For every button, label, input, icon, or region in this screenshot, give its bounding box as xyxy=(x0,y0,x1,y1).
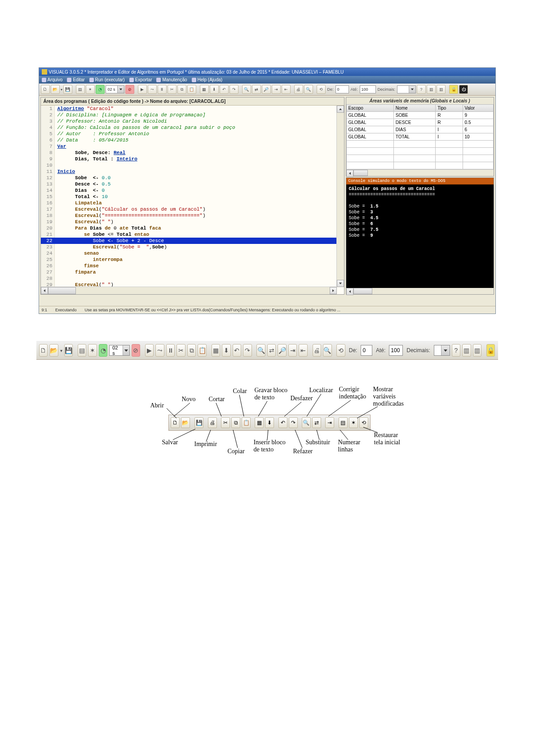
code-line[interactable]: 3// Professor: Antonio Carlos Nicolodi xyxy=(41,118,344,124)
vars-hscroll[interactable] xyxy=(346,169,494,176)
code-line[interactable]: 5// Autor : Professor Antonio xyxy=(41,131,344,137)
copy-icon[interactable]: ⧉ xyxy=(187,344,196,357)
print-icon[interactable]: 🖨 xyxy=(313,344,322,357)
code-line[interactable]: 9 Dias, Total : Inteiro xyxy=(41,156,344,162)
replace-icon[interactable]: ⇄ xyxy=(267,344,276,357)
undo-icon[interactable]: ↶ xyxy=(233,344,242,357)
code-line[interactable]: 21 se Sobe <= Total entao xyxy=(41,231,344,238)
ate-input[interactable]: 100 xyxy=(360,85,376,93)
stop-icon[interactable]: ⊘ xyxy=(132,344,141,357)
find-next-icon[interactable]: 🔎 xyxy=(278,344,287,357)
outdent-icon[interactable]: ⇤ xyxy=(299,344,308,357)
help-icon[interactable]: ? xyxy=(417,85,426,94)
save-block-icon[interactable]: ▦ xyxy=(212,344,221,357)
scroll-right-icon[interactable] xyxy=(330,287,337,294)
indent-icon[interactable]: ⇥ xyxy=(272,85,281,94)
find-icon[interactable]: 🔍 xyxy=(242,85,251,94)
print-icon[interactable]: 🖨 xyxy=(294,85,303,94)
save-block-icon[interactable]: ▦ xyxy=(200,85,209,94)
code-line[interactable]: 28 xyxy=(41,275,344,282)
table-row[interactable]: GLOBALDESCER0.5 xyxy=(346,119,493,126)
run-icon[interactable]: ▶ xyxy=(138,85,147,94)
code-line[interactable]: 16 Limpatela xyxy=(41,200,344,206)
search-icon[interactable]: 🔍 xyxy=(323,344,332,357)
col-tipo[interactable]: Tipo xyxy=(436,105,463,112)
col-valor[interactable]: Valor xyxy=(463,105,493,112)
decimais-combo[interactable] xyxy=(434,345,450,356)
code-line[interactable]: 22 Sobe <- Sobe + 2 - Desce xyxy=(41,238,344,244)
open-file-icon[interactable]: 📂 xyxy=(49,344,58,357)
redo-icon[interactable]: ↷ xyxy=(243,344,252,357)
code-line[interactable]: 2// Disciplina: [Linguagem e Lógica de p… xyxy=(41,112,344,118)
col-nome[interactable]: Nome xyxy=(393,105,435,112)
table-row[interactable]: GLOBALSOBER9 xyxy=(346,112,493,119)
help-icon[interactable]: ? xyxy=(452,344,461,357)
code-line[interactable]: 27 fimpara xyxy=(41,269,344,275)
code-line[interactable]: 17 Escreval("Cálcular os passos de um Ca… xyxy=(41,206,344,212)
code-line[interactable]: 19 Escreval(" ") xyxy=(41,219,344,225)
code-line[interactable]: 4// Função: Calcula os passos de um cara… xyxy=(41,124,344,131)
copy-icon[interactable]: ⧉ xyxy=(177,85,186,94)
vars-scroll-left-icon[interactable] xyxy=(346,170,353,177)
toggle-numbers-icon[interactable]: ▤ xyxy=(76,85,85,94)
col-escopo[interactable]: Escopo xyxy=(346,105,393,112)
menu-arquivo[interactable]: Arquivo xyxy=(42,77,63,82)
outdent-icon[interactable]: ⇤ xyxy=(282,85,291,94)
speed-combo[interactable]: 02 s xyxy=(106,85,124,93)
table-row[interactable]: GLOBALDIASI6 xyxy=(346,126,493,133)
cut-icon[interactable]: ✂ xyxy=(168,85,177,94)
restore-icon[interactable]: ⟲ xyxy=(336,344,345,357)
doc1-icon[interactable]: ▥ xyxy=(427,85,436,94)
code-line[interactable]: 26 fimse xyxy=(41,263,344,269)
vars-scroll-thumb[interactable] xyxy=(353,170,368,176)
open-file-icon[interactable]: 📂 xyxy=(51,85,60,94)
step-icon[interactable]: ⤳ xyxy=(155,344,164,357)
redo-icon[interactable]: ↷ xyxy=(229,85,238,94)
code-line[interactable]: 20 Para Dias de 0 ate Total faca xyxy=(41,225,344,231)
save-file-icon[interactable]: 💾 xyxy=(63,85,72,94)
menu-help[interactable]: Help (Ajuda) xyxy=(192,77,223,82)
code-line[interactable]: 7Var xyxy=(41,143,344,150)
cut-icon[interactable]: ✂ xyxy=(177,344,185,357)
code-line[interactable]: 12 Sobe <- 0.0 xyxy=(41,175,344,181)
doc2-icon[interactable]: ▥ xyxy=(473,344,482,357)
doc2-icon[interactable]: ▥ xyxy=(437,85,446,94)
code-line[interactable]: 11Inicio xyxy=(41,168,344,175)
clock-icon[interactable]: ◔ xyxy=(99,344,108,357)
toggle-numbers-icon[interactable]: ▤ xyxy=(78,344,87,357)
insert-block-icon[interactable]: ⬇ xyxy=(222,344,231,357)
save-file-icon[interactable]: 💾 xyxy=(64,344,73,357)
show-vars-icon[interactable]: ✶ xyxy=(86,85,95,94)
code-line[interactable]: 18 Escreval("===========================… xyxy=(41,212,344,219)
find-icon[interactable]: 🔍 xyxy=(256,344,265,357)
code-line[interactable]: 14 Dias <- 0 xyxy=(41,187,344,194)
paste-icon[interactable]: 📋 xyxy=(198,344,207,357)
search-icon[interactable]: 🔍 xyxy=(304,85,313,94)
lock-icon[interactable]: 🔒 xyxy=(486,344,495,357)
ate-input[interactable]: 100 xyxy=(389,345,403,356)
clock-icon[interactable]: ◔ xyxy=(96,85,105,94)
code-line[interactable]: 15 Total <- 10 xyxy=(41,194,344,200)
horizontal-scrollbar[interactable] xyxy=(41,287,337,294)
scroll-down-icon[interactable] xyxy=(337,280,344,287)
code-line[interactable]: 6// Data : 05/04/2015 xyxy=(41,137,344,143)
code-line[interactable]: 10 xyxy=(41,162,344,168)
console-hscroll[interactable] xyxy=(346,288,494,294)
console-scroll-thumb[interactable] xyxy=(353,288,372,294)
code-line[interactable]: 25 interrompa xyxy=(41,256,344,263)
doc1-icon[interactable]: ▥ xyxy=(462,344,471,357)
paste-icon[interactable]: 📋 xyxy=(187,85,196,94)
speed-combo[interactable]: 02 s xyxy=(109,345,129,356)
code-line[interactable]: 8 Sobe, Desce: Real xyxy=(41,150,344,156)
table-row[interactable]: GLOBALTOTALI10 xyxy=(346,133,493,141)
console-scroll-left-icon[interactable] xyxy=(346,288,353,295)
stop-icon[interactable]: ⊘ xyxy=(125,85,134,94)
code-line[interactable]: 1Algoritmo "Caracol" xyxy=(41,106,344,112)
indent-icon[interactable]: ⇥ xyxy=(288,344,297,357)
vertical-scrollbar[interactable] xyxy=(336,106,344,287)
replace-icon[interactable]: ⇄ xyxy=(252,85,261,94)
scroll-up-icon[interactable] xyxy=(337,106,344,113)
menu-editar[interactable]: Editar xyxy=(67,77,84,82)
de-input[interactable]: 0 xyxy=(361,345,372,356)
scroll-thumb[interactable] xyxy=(48,287,76,294)
